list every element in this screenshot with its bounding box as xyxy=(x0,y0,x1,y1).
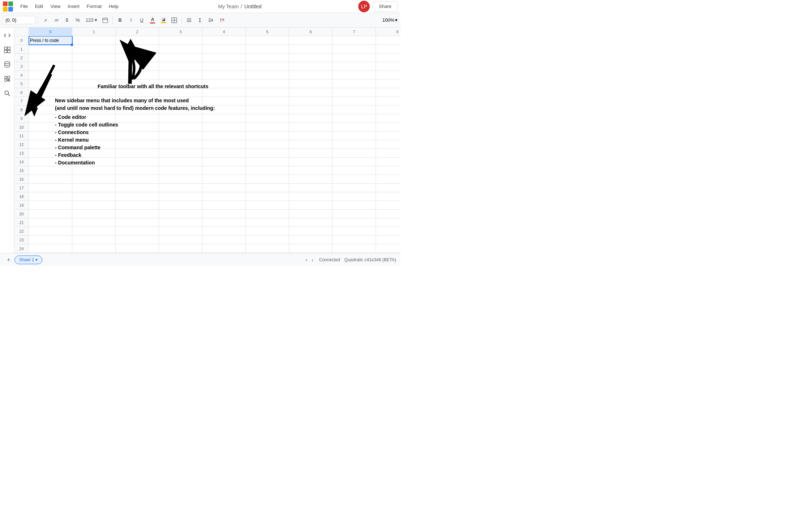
fill-color-button[interactable]: ◪ xyxy=(158,16,168,25)
borders-button[interactable] xyxy=(169,16,179,25)
table-row: 10 xyxy=(14,123,400,132)
overflow-button[interactable] xyxy=(206,16,216,25)
code-sidebar-icon[interactable] xyxy=(2,30,12,40)
svg-rect-26 xyxy=(5,76,7,78)
svg-rect-21 xyxy=(4,47,7,50)
svg-text:T: T xyxy=(219,18,222,23)
row-num-header xyxy=(14,27,29,36)
table-row: 11 xyxy=(14,132,400,140)
svg-rect-3 xyxy=(8,7,13,12)
clear-formatting-button[interactable]: T xyxy=(217,16,227,25)
currency-button[interactable]: $ xyxy=(62,16,72,24)
document-title[interactable]: Untitled xyxy=(244,4,261,9)
team-name[interactable]: My Team xyxy=(218,4,239,9)
format-menu[interactable]: Format xyxy=(84,2,104,10)
avatar[interactable]: LP xyxy=(358,1,370,12)
table-row: 21 xyxy=(14,218,400,227)
connection-status: Connected xyxy=(319,257,340,262)
decrease-decimals-button[interactable]: .0 xyxy=(40,16,50,24)
grid-cell-0-1[interactable] xyxy=(72,36,116,45)
table-row: 9 xyxy=(14,114,400,123)
table-row: 8 xyxy=(14,106,400,114)
sheet-tab-1[interactable]: Sheet 1 ▾ xyxy=(14,256,42,264)
row-number: 10 xyxy=(14,123,29,131)
share-button[interactable]: Share xyxy=(373,1,398,12)
date-button[interactable] xyxy=(100,16,110,25)
row-number: 7 xyxy=(14,97,29,105)
col-header-5[interactable]: 5 xyxy=(246,27,289,36)
table-row: 2 xyxy=(14,53,400,62)
col-header-8[interactable]: 8 xyxy=(376,27,400,36)
grid-sidebar-icon[interactable] xyxy=(2,45,12,55)
column-headers: 0 1 2 3 4 5 6 7 8 9 xyxy=(14,27,400,36)
percent-button[interactable]: % xyxy=(73,16,83,24)
bold-button[interactable]: B xyxy=(115,16,125,24)
toolbar: .0 .00 $ % 123 ▾ B I U A ◪ T 100% ▾ xyxy=(0,13,400,27)
search-sidebar-icon[interactable] xyxy=(2,88,12,98)
number-format-button[interactable]: 123 ▾ xyxy=(83,16,99,24)
cell-fill-handle[interactable] xyxy=(71,44,73,46)
row-number: 20 xyxy=(14,210,29,218)
col-header-1[interactable]: 1 xyxy=(72,27,116,36)
underline-button[interactable]: U xyxy=(137,16,147,24)
bottom-right: ‹ › Connected Quadratic c41e348 (BETA) xyxy=(304,256,396,263)
help-menu[interactable]: Help xyxy=(106,2,121,10)
table-row: 0 Press / to code xyxy=(14,36,400,45)
svg-point-25 xyxy=(5,61,10,64)
italic-button[interactable]: I xyxy=(126,16,136,24)
valign-button[interactable] xyxy=(195,16,205,25)
grid-cell-0-4[interactable] xyxy=(202,36,246,45)
table-row: 20 xyxy=(14,210,400,218)
row-number: 3 xyxy=(14,62,29,70)
svg-rect-0 xyxy=(3,1,8,6)
grid-cell-0-2[interactable] xyxy=(116,36,159,45)
table-row: 14 xyxy=(14,158,400,166)
col-header-7[interactable]: 7 xyxy=(333,27,376,36)
plugin-sidebar-icon[interactable] xyxy=(2,74,12,84)
view-menu[interactable]: View xyxy=(47,2,63,10)
col-header-2[interactable]: 2 xyxy=(116,27,159,36)
text-color-button[interactable]: A xyxy=(147,15,158,25)
sheet-tab-dropdown-icon[interactable]: ▾ xyxy=(35,257,38,262)
google-logo-icon xyxy=(3,1,13,12)
zoom-control[interactable]: 100% ▾ xyxy=(382,17,398,23)
bottom-bar: + Sheet 1 ▾ ‹ › Connected Quadratic c41e… xyxy=(0,253,400,266)
grid-cell-0-5[interactable] xyxy=(246,36,289,45)
row-number: 11 xyxy=(14,132,29,140)
add-sheet-button[interactable]: + xyxy=(4,256,13,264)
row-number: 4 xyxy=(14,71,29,79)
col-header-6[interactable]: 6 xyxy=(289,27,333,36)
col-header-3[interactable]: 3 xyxy=(159,27,202,36)
row-number: 17 xyxy=(14,184,29,192)
table-row: 12 xyxy=(14,140,400,149)
align-button[interactable] xyxy=(184,16,194,25)
svg-rect-22 xyxy=(8,47,10,50)
increase-decimals-button[interactable]: .00 xyxy=(51,16,61,24)
table-row: 23 xyxy=(14,236,400,244)
table-row: 15 xyxy=(14,166,400,175)
edit-menu[interactable]: Edit xyxy=(32,2,46,10)
grid-cell[interactable] xyxy=(29,45,72,53)
grid-cell-0-0[interactable]: Press / to code xyxy=(29,36,72,45)
svg-rect-23 xyxy=(4,50,7,53)
grid-cell-0-6[interactable] xyxy=(289,36,333,45)
version-info: Quadratic c41e348 (BETA) xyxy=(344,257,396,262)
table-row: 5 xyxy=(14,80,400,88)
grid-cell-0-8[interactable] xyxy=(376,36,400,45)
svg-rect-28 xyxy=(5,79,7,81)
cell-reference-input[interactable] xyxy=(3,16,35,24)
table-row: 16 xyxy=(14,175,400,184)
col-header-0[interactable]: 0 xyxy=(29,27,72,36)
file-menu[interactable]: File xyxy=(17,2,31,10)
grid-cell-0-7[interactable] xyxy=(333,36,376,45)
insert-menu[interactable]: Insert xyxy=(65,2,82,10)
prev-sheet-button[interactable]: ‹ xyxy=(304,256,309,263)
grid-cell-0-3[interactable] xyxy=(159,36,202,45)
database-sidebar-icon[interactable] xyxy=(2,59,12,69)
table-row: 4 xyxy=(14,71,400,80)
svg-rect-2 xyxy=(3,7,8,12)
zoom-dropdown-icon: ▾ xyxy=(395,17,398,23)
next-sheet-button[interactable]: › xyxy=(310,256,315,263)
row-number: 13 xyxy=(14,149,29,157)
col-header-4[interactable]: 4 xyxy=(202,27,246,36)
